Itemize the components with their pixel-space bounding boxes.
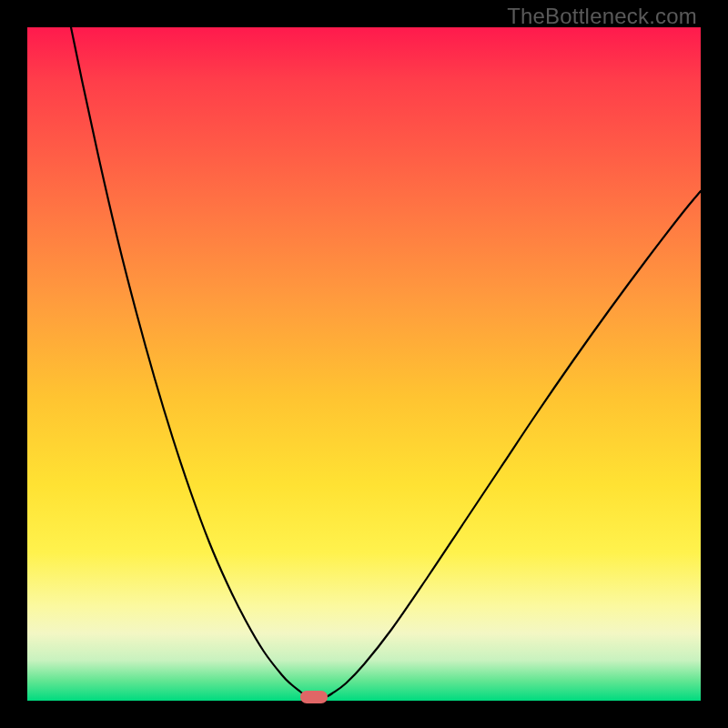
- watermark-text: TheBottleneck.com: [507, 4, 697, 29]
- chart-gradient-background: [27, 27, 701, 701]
- minimum-marker: [300, 691, 328, 703]
- chart-frame: [27, 27, 701, 701]
